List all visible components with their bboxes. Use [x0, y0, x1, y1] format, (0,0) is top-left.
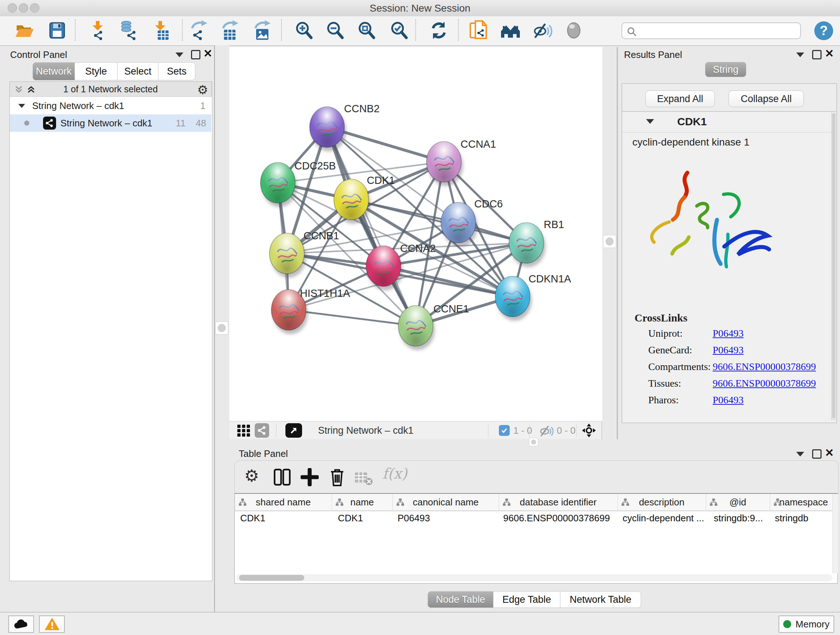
share-document-icon[interactable] — [468, 20, 488, 41]
detach-view-icon[interactable] — [286, 423, 302, 438]
table-settings-gear-icon[interactable]: ⚙ — [244, 466, 259, 486]
table-panel-close-icon[interactable]: ✕ — [825, 448, 834, 458]
column-header[interactable]: canonical name — [393, 494, 499, 511]
zoom-selected-icon[interactable] — [389, 20, 409, 41]
export-table-icon[interactable] — [220, 20, 240, 41]
tab-node-table[interactable]: Node Table — [428, 591, 493, 608]
crosslink-link[interactable]: 9606.ENSP00000378699 — [713, 361, 816, 372]
network-node-RB1[interactable]: RB1 — [509, 219, 564, 267]
delete-column-trash-icon[interactable] — [328, 467, 346, 487]
network-node-CDC6[interactable]: CDC6 — [441, 198, 503, 247]
network-node-CDC25B[interactable]: CDC25B — [261, 160, 336, 207]
zoom-in-icon[interactable] — [294, 20, 314, 41]
grid-view-icon[interactable] — [237, 424, 250, 437]
column-header[interactable]: namespace — [770, 494, 837, 511]
control-panel-close-icon[interactable]: ✕ — [203, 49, 212, 59]
collection-expand-icon[interactable] — [19, 103, 25, 108]
column-header[interactable]: database identifier — [499, 494, 617, 511]
crosslink-link[interactable]: P06493 — [713, 344, 744, 356]
network-view-share-icon[interactable] — [255, 423, 269, 438]
table-cell[interactable]: CDK1 — [338, 513, 363, 526]
gene-section-header[interactable]: CDK1 — [622, 112, 836, 133]
hidden-eye-icon[interactable] — [538, 425, 554, 437]
search-input[interactable] — [622, 22, 801, 39]
collection-row[interactable]: String Network – cdk1 1 — [10, 97, 211, 114]
tab-network-table[interactable]: Network Table — [561, 591, 641, 608]
column-header[interactable]: @id — [706, 494, 770, 511]
results-buttons-box: Expand All Collapse All — [622, 83, 837, 112]
warning-icon — [45, 618, 59, 630]
node-label-CCNA1: CCNA1 — [461, 138, 496, 150]
zoom-out-icon[interactable] — [325, 20, 345, 41]
expand-all-button[interactable]: Expand All — [645, 90, 715, 107]
save-session-icon[interactable] — [47, 20, 67, 41]
network-node-CDKN1A[interactable]: CDKN1A — [495, 273, 571, 321]
table-cell[interactable]: cyclin-dependent ... — [622, 513, 704, 526]
table-cell[interactable]: CDK1 — [240, 513, 265, 526]
export-image-icon[interactable] — [253, 20, 273, 41]
table-vertical-scrollbar[interactable] — [832, 494, 838, 573]
table-cell[interactable]: stringdb:9... — [714, 513, 763, 526]
results-panel-close-icon[interactable]: ✕ — [825, 49, 834, 59]
birds-eye-icon[interactable] — [564, 20, 584, 41]
table-cell[interactable]: stringdb — [775, 513, 808, 526]
import-table-file-icon[interactable] — [150, 20, 171, 41]
birds-eye-navigator-icon[interactable] — [582, 424, 596, 437]
column-header[interactable]: name — [332, 494, 393, 511]
table-horizontal-scrollbar[interactable] — [236, 574, 832, 581]
splitter-grip[interactable] — [215, 321, 228, 334]
crosslink-label: Tissues: — [648, 378, 681, 389]
results-panel-menu-icon[interactable] — [796, 52, 804, 57]
node-label-CDKN1A: CDKN1A — [529, 273, 571, 285]
table-cell[interactable]: 9606.ENSP00000378699 — [503, 513, 610, 526]
crosslink-link[interactable]: P06493 — [713, 394, 744, 406]
string-network-graph[interactable]: CCNB2CCNA1CDC25BCDK1CDC6RB1CCNB1CCNA2CDK… — [229, 47, 602, 421]
show-hide-icon[interactable] — [532, 20, 553, 41]
tab-sets[interactable]: Sets — [158, 62, 195, 80]
crosslink-link[interactable]: P06493 — [713, 328, 744, 339]
network-canvas[interactable]: CCNB2CCNA1CDC25BCDK1CDC6RB1CCNB1CCNA2CDK… — [229, 47, 603, 421]
table-cell[interactable]: P06493 — [398, 513, 430, 526]
show-columns-icon[interactable] — [273, 468, 291, 486]
open-session-icon[interactable] — [14, 20, 35, 41]
table-panel-float-icon[interactable] — [812, 449, 821, 459]
control-panel-float-icon[interactable] — [191, 50, 201, 59]
warning-button[interactable] — [39, 616, 65, 633]
crosslink-link[interactable]: 9606.ENSP00000378699 — [713, 378, 816, 389]
export-network-icon[interactable] — [189, 20, 210, 41]
network-node-CCNE1[interactable]: CCNE1 — [398, 303, 469, 350]
column-header[interactable]: shared name — [235, 494, 332, 511]
import-network-file-icon[interactable] — [88, 20, 108, 41]
splitter-grip[interactable] — [529, 438, 538, 447]
splitter-grip[interactable] — [603, 235, 616, 248]
network-node-CCNB1[interactable]: CCNB1 — [270, 230, 339, 278]
collapse-all-button[interactable]: Collapse All — [729, 90, 804, 107]
cloud-button[interactable] — [8, 616, 34, 633]
selected-checkbox-icon[interactable] — [499, 425, 510, 436]
add-column-icon[interactable] — [301, 468, 319, 486]
zoom-fit-icon[interactable] — [356, 20, 377, 41]
table-panel-menu-icon[interactable] — [796, 452, 804, 456]
tab-select[interactable]: Select — [118, 62, 158, 80]
column-header[interactable]: description — [617, 494, 706, 511]
import-network-database-icon[interactable] — [118, 20, 139, 41]
results-panel-float-icon[interactable] — [812, 50, 821, 59]
main-toolbar: ? — [0, 16, 840, 46]
network-row[interactable]: String Network – cdk1 11 48 — [10, 114, 211, 132]
tab-style[interactable]: Style — [75, 62, 118, 80]
network-options-gear-icon[interactable]: ⚙ — [197, 82, 208, 97]
network-node-HIST1H1A[interactable]: HIST1H1A — [271, 287, 350, 334]
tab-string[interactable]: String — [705, 62, 746, 77]
gene-collapse-icon[interactable] — [646, 119, 654, 124]
node-table[interactable]: shared name name canonical name database… — [234, 493, 838, 584]
toolbar-separator — [415, 19, 416, 41]
tab-network[interactable]: Network — [33, 62, 75, 80]
memory-button[interactable]: Memory — [778, 616, 834, 633]
string-home-icon[interactable] — [500, 20, 521, 41]
results-scrollbar[interactable] — [831, 112, 836, 420]
tab-edge-table[interactable]: Edge Table — [493, 591, 561, 608]
help-icon[interactable]: ? — [814, 21, 833, 40]
network-node-CDK1[interactable]: CDK1 — [334, 174, 395, 224]
control-panel-menu-icon[interactable] — [175, 52, 183, 57]
refresh-icon[interactable] — [429, 20, 449, 41]
